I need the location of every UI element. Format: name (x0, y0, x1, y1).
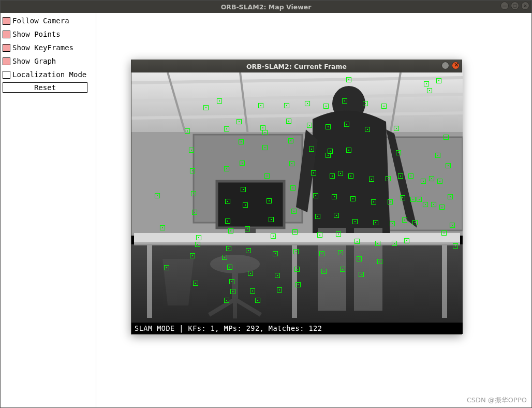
feature-marker (273, 251, 278, 256)
feature-marker (185, 128, 190, 134)
checkbox-icon[interactable] (3, 57, 10, 65)
reset-button[interactable]: Reset (3, 82, 87, 93)
checkbox-icon[interactable] (3, 44, 10, 52)
feature-marker (444, 135, 449, 140)
sidebar: Follow Camera Show Points Show KeyFrames… (2, 14, 94, 93)
feature-marker (288, 138, 293, 143)
feature-marker (323, 104, 329, 109)
maximize-icon[interactable]: ▢ (511, 2, 519, 10)
svg-rect-26 (131, 244, 463, 334)
option-show-graph[interactable]: Show Graph (2, 54, 94, 68)
close-icon[interactable]: × (521, 2, 529, 10)
feature-marker (315, 214, 320, 219)
feature-marker (191, 191, 196, 196)
option-show-points[interactable]: Show Points (2, 27, 94, 41)
feature-marker (292, 229, 298, 235)
feature-marker (155, 193, 160, 198)
feature-marker (284, 103, 289, 108)
current-frame-titlebar[interactable]: ORB-SLAM2: Current Frame (131, 60, 462, 72)
feature-marker (446, 163, 451, 168)
checkbox-icon[interactable] (3, 71, 10, 79)
feature-marker (357, 256, 362, 261)
option-show-keyframes[interactable]: Show KeyFrames (2, 41, 94, 54)
feature-marker (246, 248, 251, 253)
feature-marker (293, 249, 299, 254)
feature-marker (394, 126, 399, 131)
feature-marker (332, 194, 337, 199)
checkbox-icon[interactable] (3, 31, 10, 38)
feature-marker (237, 119, 242, 124)
feature-marker (352, 219, 358, 224)
feature-marker (240, 161, 245, 166)
feature-marker (423, 202, 428, 207)
feature-marker (311, 170, 316, 176)
feature-marker (319, 251, 324, 256)
feature-marker (427, 88, 432, 93)
feature-marker (338, 250, 343, 255)
feature-marker (346, 77, 351, 82)
feature-marker (225, 218, 230, 224)
feature-marker (410, 197, 416, 202)
feature-marker (258, 103, 263, 108)
feature-marker (195, 242, 200, 247)
feature-marker (277, 287, 282, 293)
feature-marker (224, 298, 229, 303)
feature-marker (203, 105, 209, 110)
feature-marker (294, 267, 300, 272)
feature-marker (344, 122, 349, 127)
camera-frame-image (131, 72, 463, 334)
close-icon[interactable] (452, 62, 460, 69)
feature-marker (412, 220, 418, 225)
current-frame-title: ORB-SLAM2: Current Frame (246, 63, 347, 70)
feature-marker (239, 139, 244, 144)
feature-marker (227, 265, 232, 270)
feature-marker (334, 213, 339, 218)
feature-marker (408, 173, 413, 179)
map-viewer-title: ORB-SLAM2: Map Viewer (221, 3, 312, 11)
feature-marker (224, 126, 229, 132)
feature-marker (190, 253, 195, 258)
feature-marker (348, 173, 353, 179)
feature-marker (371, 199, 376, 205)
feature-marker (441, 230, 447, 236)
feature-marker (431, 202, 436, 207)
option-follow-camera[interactable]: Follow Camera (2, 14, 94, 27)
map-viewer-titlebar[interactable]: ORB-SLAM2: Map Viewer — ▢ × (1, 1, 531, 13)
feature-marker (448, 194, 453, 199)
feature-marker (250, 288, 255, 294)
feature-marker (295, 282, 301, 287)
feature-marker (217, 98, 222, 104)
feature-marker (404, 238, 409, 243)
feature-marker (262, 130, 268, 135)
option-localization-mode[interactable]: Localization Mode (2, 68, 94, 81)
feature-marker (369, 177, 374, 182)
feature-marker (398, 173, 403, 179)
feature-marker (164, 265, 169, 270)
feature-marker (340, 267, 345, 272)
feature-marker (275, 273, 280, 278)
feature-marker (381, 104, 387, 109)
current-frame-window: ORB-SLAM2: Current Frame (131, 60, 462, 334)
feature-marker (262, 145, 268, 150)
feature-marker (417, 197, 422, 202)
feature-marker (241, 187, 246, 192)
feature-marker (313, 193, 318, 198)
feature-marker (346, 148, 351, 153)
feature-marker (363, 101, 368, 106)
option-label: Show Graph (12, 56, 56, 66)
minimize-icon[interactable]: — (500, 2, 509, 10)
feature-marker (437, 179, 442, 184)
feature-marker (269, 217, 274, 222)
feature-marker (248, 271, 253, 276)
feature-marker (421, 179, 426, 184)
feature-marker (330, 173, 335, 179)
feature-marker (336, 231, 341, 237)
minimize-icon[interactable] (441, 62, 449, 69)
option-label: Localization Mode (12, 70, 86, 79)
feature-marker (226, 246, 231, 251)
option-label: Follow Camera (12, 16, 69, 25)
feature-marker (267, 198, 272, 203)
feature-marker (450, 223, 455, 228)
feature-marker (290, 185, 295, 191)
checkbox-icon[interactable] (3, 17, 10, 25)
